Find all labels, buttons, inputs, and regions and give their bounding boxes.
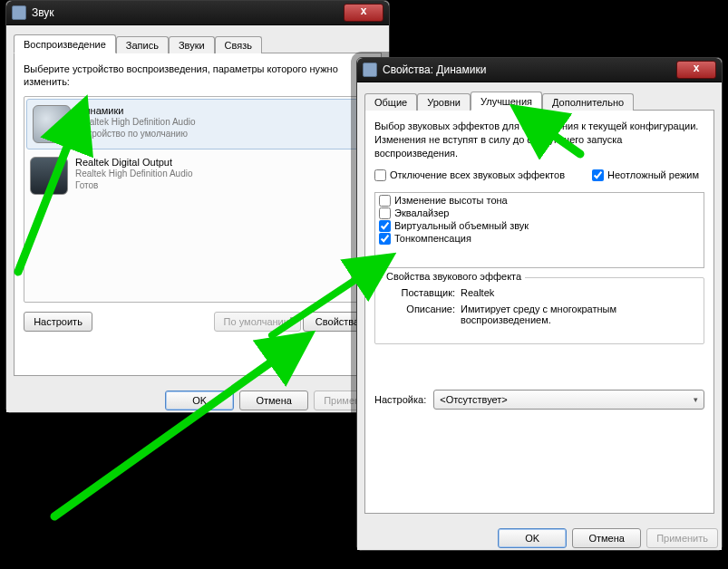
effect-label: Тонкомпенсация (394, 233, 471, 244)
speaker-icon (363, 63, 377, 77)
setting-label: Настройка: (374, 394, 426, 405)
device-name: Realtek Digital Output (75, 157, 193, 169)
apply-button[interactable]: Применить (646, 528, 718, 548)
disable-all-effects[interactable]: Отключение всех звуковых эффектов (374, 169, 565, 181)
disable-all-checkbox[interactable] (374, 169, 386, 181)
urgent-mode-label: Неотложный режим (607, 169, 699, 180)
device-status: Устройство по умолчанию (78, 129, 196, 140)
set-default-button[interactable]: По умолчанию (214, 312, 301, 332)
device-speakers[interactable]: Динамики Realtek High Definition Audio У… (26, 99, 369, 149)
playback-instruction: Выберите устройство воспроизведения, пар… (24, 63, 372, 89)
playback-panel: Выберите устройство воспроизведения, пар… (14, 53, 382, 376)
description-label: Описание: (384, 304, 455, 325)
effect-loudness[interactable]: Тонкомпенсация (377, 233, 702, 245)
configure-button[interactable]: Настроить (24, 312, 92, 332)
enhancements-description: Выбор звуковых эффектов для применения к… (374, 120, 704, 160)
sound-titlebar[interactable]: Звук x (6, 1, 389, 25)
ok-button[interactable]: OK (165, 391, 234, 410)
effect-virtual-surround-checkbox[interactable] (379, 220, 391, 232)
effect-properties-legend: Свойства звукового эффекта (383, 271, 525, 282)
effect-label: Изменение высоты тона (394, 195, 508, 206)
properties-tabstrip: Общие Уровни Улучшения Дополнительно (364, 90, 714, 110)
ok-button[interactable]: OK (498, 528, 567, 548)
tab-levels[interactable]: Уровни (417, 93, 471, 111)
sound-dialog: Звук x Воспроизведение Запись Звуки Связ… (5, 0, 390, 413)
device-list[interactable]: Динамики Realtek High Definition Audio У… (24, 96, 372, 303)
effect-loudness-checkbox[interactable] (379, 233, 391, 245)
properties-dialog: Свойства: Динамики x Общие Уровни Улучше… (356, 57, 723, 551)
device-driver: Realtek High Definition Audio (75, 169, 193, 180)
device-digital-output[interactable]: Realtek Digital Output Realtek High Defi… (24, 151, 371, 200)
properties-titlebar[interactable]: Свойства: Динамики x (357, 58, 722, 82)
device-name: Динамики (78, 105, 196, 118)
tab-comm[interactable]: Связь (215, 36, 262, 53)
disable-all-label: Отключение всех звуковых эффектов (390, 169, 565, 180)
digital-output-icon (30, 157, 68, 195)
device-driver: Realtek High Definition Audio (78, 117, 196, 129)
provider-label: Поставщик: (384, 287, 455, 298)
effect-pitch-checkbox[interactable] (379, 195, 391, 207)
tab-sounds[interactable]: Звуки (169, 36, 215, 53)
tab-playback[interactable]: Воспроизведение (14, 34, 116, 53)
close-icon[interactable]: x (344, 4, 383, 22)
setting-combo[interactable]: <Отсутствует> (433, 390, 704, 410)
provider-value: Realtek (461, 287, 694, 298)
description-value: Имитирует среду с многократным воспроизв… (461, 304, 694, 325)
tab-general[interactable]: Общие (364, 93, 417, 111)
enhancements-panel: Выбор звуковых эффектов для применения к… (364, 110, 714, 514)
effect-pitch[interactable]: Изменение высоты тона (377, 195, 702, 207)
effect-virtual-surround[interactable]: Виртуальный объемный звук (377, 220, 702, 232)
sound-title: Звук (32, 6, 54, 19)
device-status: Готов (75, 180, 193, 192)
cancel-button[interactable]: Отмена (239, 391, 308, 410)
effect-equalizer-checkbox[interactable] (379, 207, 391, 219)
tab-recording[interactable]: Запись (116, 36, 169, 53)
speaker-device-icon (33, 105, 71, 143)
urgent-mode-checkbox[interactable] (592, 169, 604, 181)
properties-title: Свойства: Динамики (383, 63, 486, 76)
urgent-mode[interactable]: Неотложный режим (592, 169, 699, 181)
tab-advanced[interactable]: Дополнительно (542, 93, 634, 111)
speaker-icon (12, 5, 26, 20)
close-icon[interactable]: x (676, 61, 716, 79)
effects-list[interactable]: Изменение высоты тона Эквалайзер Виртуал… (374, 192, 704, 268)
effect-label: Виртуальный объемный звук (394, 220, 529, 231)
effect-label: Эквалайзер (394, 207, 449, 218)
setting-value: <Отсутствует> (440, 394, 508, 405)
default-check-icon (55, 128, 73, 146)
cancel-button[interactable]: Отмена (572, 528, 641, 548)
effect-properties-group: Свойства звукового эффекта Поставщик: Re… (374, 277, 704, 344)
tab-enhancements[interactable]: Улучшения (471, 92, 542, 111)
sound-tabstrip: Воспроизведение Запись Звуки Связь (14, 33, 382, 53)
effect-equalizer[interactable]: Эквалайзер (377, 207, 702, 219)
